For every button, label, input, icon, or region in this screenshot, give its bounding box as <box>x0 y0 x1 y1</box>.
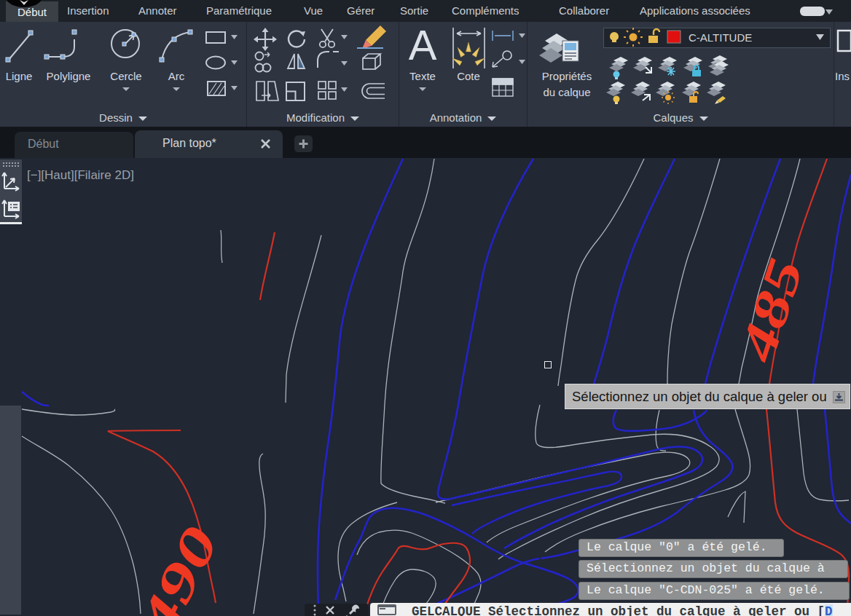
svg-text:490: 490 <box>126 518 230 616</box>
svg-text:A: A <box>409 22 437 68</box>
